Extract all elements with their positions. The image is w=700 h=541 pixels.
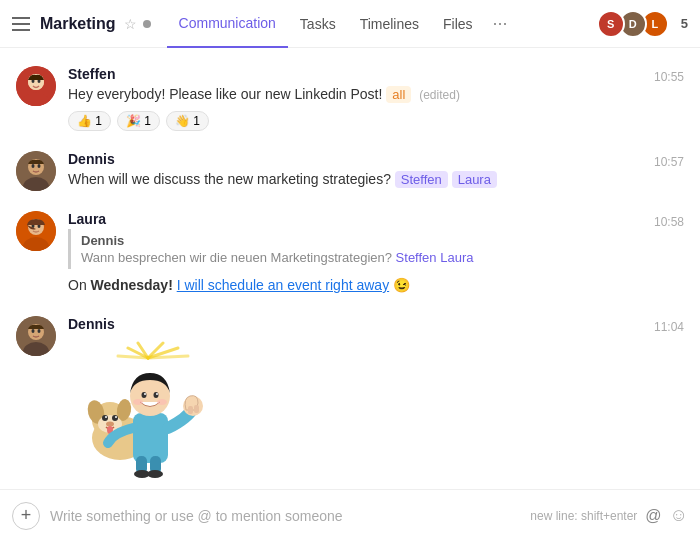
reactions-1: 👍 1 🎉 1 👋 1 bbox=[68, 111, 684, 131]
avatar-1: S bbox=[597, 10, 625, 38]
header-right: S D L 5 bbox=[603, 10, 688, 38]
svg-point-32 bbox=[102, 415, 108, 421]
quote-text: Wann besprechen wir die neuen Marketings… bbox=[81, 250, 674, 265]
header: Marketing ☆ Communication Tasks Timeline… bbox=[0, 0, 700, 48]
avatar-steffen bbox=[16, 66, 56, 106]
tab-tasks[interactable]: Tasks bbox=[288, 0, 348, 48]
svg-line-25 bbox=[148, 356, 188, 358]
message-2-text: When will we discuss the new marketing s… bbox=[68, 169, 684, 190]
message-3-time: 10:58 bbox=[654, 215, 684, 229]
footer-right: new line: shift+enter @ ☺ bbox=[530, 505, 688, 526]
reaction-thumbs[interactable]: 👍 1 bbox=[68, 111, 111, 131]
message-3-reply: On Wednesday! I will schedule an event r… bbox=[68, 275, 684, 296]
avatar-dennis-1 bbox=[16, 151, 56, 191]
message-2-body: Dennis When will we discuss the new mark… bbox=[68, 151, 684, 191]
newline-hint: new line: shift+enter bbox=[530, 509, 637, 523]
svg-point-35 bbox=[115, 416, 117, 418]
tab-communication[interactable]: Communication bbox=[167, 0, 288, 48]
quote-mention-steffen: Steffen bbox=[396, 250, 437, 265]
sticker bbox=[68, 338, 228, 478]
avatar-dennis-2 bbox=[16, 316, 56, 356]
message-1-body: Steffen Hey everybody! Please like our n… bbox=[68, 66, 684, 131]
svg-point-47 bbox=[156, 393, 158, 395]
plus-icon: + bbox=[21, 505, 32, 526]
svg-rect-51 bbox=[188, 406, 193, 414]
emoji-icon[interactable]: ☺ bbox=[670, 505, 688, 526]
message-input-placeholder: Write something or use @ to mention some… bbox=[50, 508, 343, 524]
at-icon[interactable]: @ bbox=[645, 507, 661, 525]
message-1-author: Steffen bbox=[68, 66, 684, 82]
message-3-body: Laura Dennis Wann besprechen wir die neu… bbox=[68, 211, 684, 296]
svg-point-49 bbox=[157, 399, 167, 405]
reaction-wave[interactable]: 👋 1 bbox=[166, 111, 209, 131]
svg-point-19 bbox=[32, 329, 35, 333]
svg-rect-38 bbox=[133, 413, 168, 463]
avatar-count: 5 bbox=[681, 16, 688, 31]
mention-all: all bbox=[386, 86, 411, 103]
footer: + Write something or use @ to mention so… bbox=[0, 489, 700, 541]
svg-line-26 bbox=[118, 356, 148, 358]
bold-wednesday: Wednesday! bbox=[91, 277, 173, 293]
message-input-area[interactable]: Write something or use @ to mention some… bbox=[50, 508, 520, 524]
schedule-link: I will schedule an event right away bbox=[177, 277, 389, 293]
message-3-author: Laura bbox=[68, 211, 684, 227]
edited-label: (edited) bbox=[419, 88, 460, 102]
messages-area: Steffen Hey everybody! Please like our n… bbox=[0, 48, 700, 489]
svg-rect-52 bbox=[194, 405, 199, 413]
mention-steffen-1: Steffen bbox=[395, 171, 448, 188]
svg-point-48 bbox=[133, 399, 143, 405]
quote-author: Dennis bbox=[81, 233, 674, 248]
message-1-text: Hey everybody! Please like our new Linke… bbox=[68, 84, 684, 105]
svg-point-9 bbox=[32, 164, 35, 168]
avatar-laura bbox=[16, 211, 56, 251]
message-1-time: 10:55 bbox=[654, 70, 684, 84]
svg-point-20 bbox=[38, 329, 41, 333]
svg-point-34 bbox=[105, 416, 107, 418]
tab-files[interactable]: Files bbox=[431, 0, 485, 48]
message-2-time: 10:57 bbox=[654, 155, 684, 169]
quote-block: Dennis Wann besprechen wir die neuen Mar… bbox=[68, 229, 684, 269]
message-1: Steffen Hey everybody! Please like our n… bbox=[0, 56, 700, 141]
project-title: Marketing bbox=[40, 15, 116, 33]
quote-mention-laura: Laura bbox=[440, 250, 473, 265]
message-4: Dennis bbox=[0, 306, 700, 488]
message-2: Dennis When will we discuss the new mark… bbox=[0, 141, 700, 201]
message-3: Laura Dennis Wann besprechen wir die neu… bbox=[0, 201, 700, 306]
more-options-button[interactable]: ··· bbox=[485, 13, 516, 34]
status-dot bbox=[143, 20, 151, 28]
svg-point-42 bbox=[147, 470, 163, 478]
mention-laura-1: Laura bbox=[452, 171, 497, 188]
svg-point-10 bbox=[38, 164, 41, 168]
avatar-group: S D L bbox=[603, 10, 669, 38]
svg-point-36 bbox=[106, 422, 114, 427]
star-icon[interactable]: ☆ bbox=[124, 16, 137, 32]
svg-point-33 bbox=[112, 415, 118, 421]
nav-tabs: Communication Tasks Timelines Files ··· bbox=[167, 0, 603, 48]
reaction-party[interactable]: 🎉 1 bbox=[117, 111, 160, 131]
add-button[interactable]: + bbox=[12, 502, 40, 530]
message-4-body: Dennis bbox=[68, 316, 684, 478]
tab-timelines[interactable]: Timelines bbox=[348, 0, 431, 48]
message-4-author: Dennis bbox=[68, 316, 684, 332]
hamburger-menu[interactable] bbox=[12, 17, 30, 31]
svg-point-45 bbox=[154, 392, 159, 398]
message-2-author: Dennis bbox=[68, 151, 684, 167]
svg-point-44 bbox=[142, 392, 147, 398]
message-4-time: 11:04 bbox=[654, 320, 684, 334]
svg-point-46 bbox=[144, 393, 146, 395]
